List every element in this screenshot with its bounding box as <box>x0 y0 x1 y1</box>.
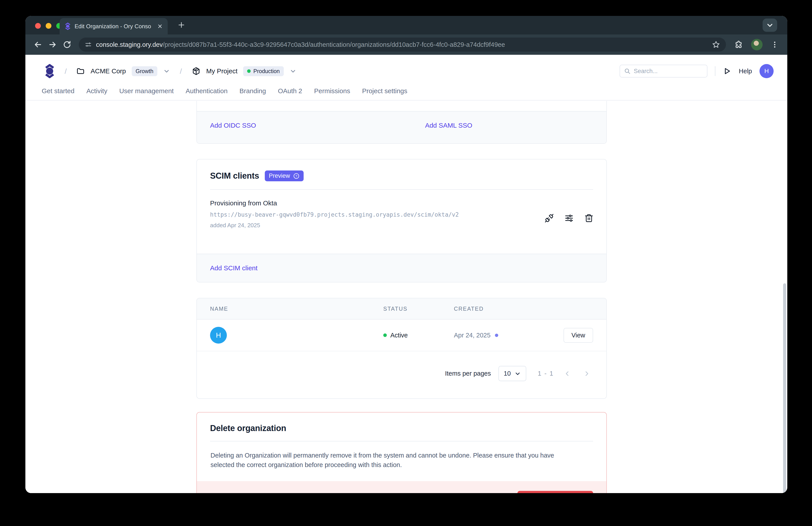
tab-strip: Edit Organization - Ory Conso <box>25 16 787 34</box>
nav-authentication[interactable]: Authentication <box>186 87 228 95</box>
breadcrumb-separator: / <box>176 67 186 75</box>
breadcrumb: / ACME Corp Growth / My Project <box>44 64 296 78</box>
app-header: / ACME Corp Growth / My Project <box>25 55 787 100</box>
site-settings-icon[interactable] <box>85 41 92 48</box>
page-scrollbar[interactable] <box>783 283 786 493</box>
sliders-icon[interactable] <box>564 214 574 223</box>
unplug-icon[interactable] <box>545 214 554 223</box>
project-chevron-down-icon[interactable] <box>290 68 296 75</box>
user-avatar[interactable]: H <box>759 64 773 78</box>
toolbar-right <box>731 38 781 51</box>
next-page-icon[interactable] <box>581 370 593 378</box>
nav-activity[interactable]: Activity <box>86 87 107 95</box>
sso-card-footer: Add OIDC SSO Add SAML SSO <box>197 111 606 143</box>
forward-icon[interactable] <box>46 38 59 51</box>
nav-project-settings[interactable]: Project settings <box>362 87 407 95</box>
project-env-badge: Production <box>243 66 284 76</box>
nav-oauth2[interactable]: OAuth 2 <box>278 87 302 95</box>
page-content: / ACME Corp Growth / My Project <box>25 55 787 493</box>
workspace-plan-badge: Growth <box>132 66 158 76</box>
created-date: Apr 24, 2025 <box>454 332 491 339</box>
workspace-chevron-down-icon[interactable] <box>163 68 170 75</box>
browser-window: Edit Organization - Ory Conso console.st… <box>25 16 787 493</box>
search-box[interactable] <box>620 65 707 77</box>
tab-title: Edit Organization - Ory Conso <box>75 23 154 30</box>
trash-icon[interactable] <box>584 214 594 223</box>
project-env-label: Production <box>253 68 280 74</box>
folder-icon <box>76 67 85 75</box>
browser-menu-icon[interactable] <box>768 38 781 51</box>
url-path: /projects/d087b7a1-55f3-440c-a3c9-929564… <box>163 41 505 48</box>
delete-card-title: Delete organization <box>210 424 286 433</box>
delete-organization-card: Delete organization Deleting an Organiza… <box>197 412 607 493</box>
help-link[interactable]: Help <box>739 68 752 75</box>
items-per-page-label: Items per pages <box>445 370 491 377</box>
column-header-name: NAME <box>210 305 383 312</box>
address-bar[interactable]: console.staging.ory.dev/projects/d087b7a… <box>79 38 726 52</box>
primary-nav: Get started Activity User management Aut… <box>25 83 787 99</box>
view-button[interactable]: View <box>564 328 593 343</box>
pagination: Items per pages 10 1 - 1 <box>197 351 606 398</box>
delete-card-footer: This action cannot be undone. Delete org… <box>197 481 606 493</box>
bookmark-star-icon[interactable] <box>712 40 720 49</box>
scim-card: SCIM clients Preview ? Provisioning from… <box>197 159 607 282</box>
preview-badge-label: Preview <box>269 172 290 179</box>
nav-get-started[interactable]: Get started <box>42 87 74 95</box>
window-controls <box>35 23 62 29</box>
status-dot <box>383 333 387 337</box>
breadcrumb-separator: / <box>61 67 71 75</box>
new-tab-button[interactable] <box>177 21 186 29</box>
add-oidc-sso-link[interactable]: Add OIDC SSO <box>210 122 256 129</box>
created-cell: Apr 24, 2025 <box>454 332 555 339</box>
back-icon[interactable] <box>31 38 44 51</box>
ory-logo[interactable] <box>44 64 55 78</box>
table-row: H Active Apr 24, 2025 View <box>197 319 606 351</box>
search-icon <box>624 67 630 75</box>
project-name[interactable]: My Project <box>206 67 238 75</box>
url-host: console.staging.ory.dev <box>96 41 163 48</box>
search-input[interactable] <box>634 68 703 75</box>
scim-card-title: SCIM clients <box>210 171 259 181</box>
items-per-page-select[interactable]: 10 <box>498 366 526 381</box>
created-info-dot[interactable] <box>495 334 498 337</box>
table-header-row: NAME STATUS CREATED <box>197 298 606 319</box>
org-avatar: H <box>210 327 227 344</box>
status-cell: Active <box>383 332 454 339</box>
nav-branding[interactable]: Branding <box>240 87 266 95</box>
scim-client-name: Provisioning from Okta <box>210 199 593 207</box>
scim-card-footer: Add SCIM client <box>197 254 606 282</box>
header-divider <box>715 66 715 76</box>
preview-badge: Preview ? <box>265 170 304 181</box>
extensions-icon[interactable] <box>733 38 745 51</box>
tab-close-icon[interactable] <box>157 24 163 29</box>
nav-permissions[interactable]: Permissions <box>314 87 350 95</box>
sso-card: Add OIDC SSO Add SAML SSO <box>197 101 607 144</box>
url-text: console.staging.ory.dev/projects/d087b7a… <box>96 41 505 48</box>
organization-table-card: NAME STATUS CREATED H Active Apr 24, 202… <box>197 298 607 399</box>
previous-page-icon[interactable] <box>561 370 573 378</box>
env-status-dot <box>247 69 251 73</box>
items-per-page-value: 10 <box>504 370 511 377</box>
nav-user-management[interactable]: User management <box>119 87 174 95</box>
ory-favicon <box>64 23 71 30</box>
reload-icon[interactable] <box>61 38 73 51</box>
column-header-status: STATUS <box>383 305 454 312</box>
tab-search-button[interactable] <box>763 18 777 32</box>
close-window-button[interactable] <box>35 23 41 29</box>
select-chevron-down-icon <box>514 370 521 377</box>
browser-profile-avatar[interactable] <box>751 39 763 51</box>
page-range: 1 - 1 <box>538 370 554 377</box>
delete-description: Deleting an Organization will permanentl… <box>197 441 572 470</box>
scim-client-added: added Apr 24, 2025 <box>210 222 593 229</box>
browser-tab[interactable]: Edit Organization - Ory Conso <box>60 18 168 34</box>
scim-client-row: Provisioning from Okta https://busy-beav… <box>197 190 606 243</box>
status-label: Active <box>390 332 408 339</box>
svg-text:?: ? <box>295 174 297 178</box>
info-icon[interactable]: ? <box>293 173 300 179</box>
minimize-window-button[interactable] <box>46 23 52 29</box>
workspace-name[interactable]: ACME Corp <box>90 67 126 75</box>
run-play-icon[interactable] <box>723 67 731 75</box>
add-scim-client-link[interactable]: Add SCIM client <box>210 264 258 272</box>
add-saml-sso-link[interactable]: Add SAML SSO <box>425 122 472 129</box>
delete-organization-button[interactable]: Delete organization <box>518 491 593 493</box>
